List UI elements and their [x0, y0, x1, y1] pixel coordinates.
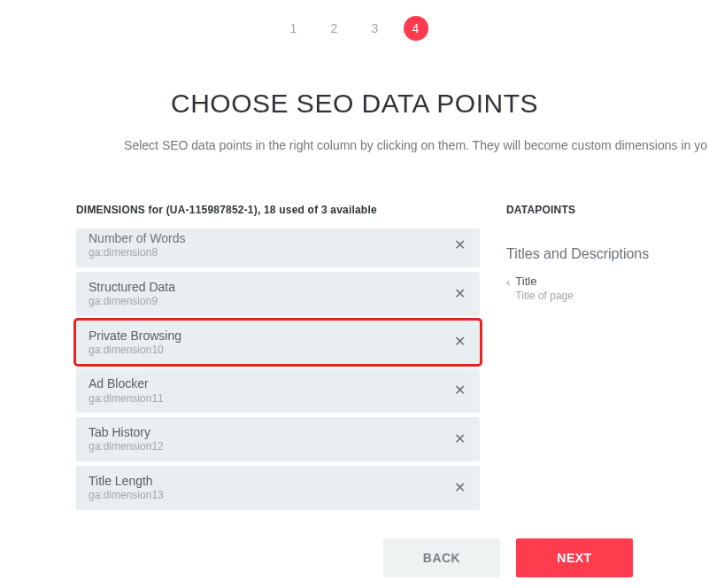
dimension-label: Structured Data [89, 279, 452, 295]
stepper: 1234 [0, 16, 709, 41]
dimension-text: Structured Dataga:dimension9 [89, 279, 452, 309]
dimension-label: Title Length [89, 473, 452, 489]
dimension-item[interactable]: Private Browsingga:dimension10✕ [76, 321, 480, 365]
remove-icon[interactable]: ✕ [452, 283, 467, 305]
datapoint-text: TitleTitle of page [515, 275, 574, 303]
dimensions-heading: DIMENSIONS for (UA-115987852-1), 18 used… [76, 204, 480, 216]
remove-icon[interactable]: ✕ [452, 380, 467, 401]
dimension-label: Tab History [89, 424, 452, 440]
dimension-sublabel: ga:dimension10 [89, 344, 452, 358]
dimension-list: Number of Wordsga:dimension8✕Structured … [76, 228, 480, 510]
dimension-item[interactable]: Number of Wordsga:dimension8✕ [76, 228, 480, 267]
datapoints-section-title: Titles and Descriptions [506, 246, 709, 262]
dimension-sublabel: ga:dimension9 [89, 295, 452, 309]
dimension-item[interactable]: Tab Historyga:dimension12✕ [76, 417, 480, 461]
dimension-item[interactable]: Title Lengthga:dimension13✕ [76, 466, 480, 510]
step-3[interactable]: 3 [363, 16, 388, 41]
dimensions-column: DIMENSIONS for (UA-115987852-1), 18 used… [76, 204, 480, 510]
dimension-sublabel: ga:dimension13 [89, 489, 452, 503]
datapoint-item[interactable]: ‹TitleTitle of page [506, 275, 709, 303]
dimension-label: Ad Blocker [89, 375, 452, 391]
dimension-label: Number of Words [89, 230, 452, 246]
remove-icon[interactable]: ✕ [452, 331, 467, 352]
button-row: BACK NEXT [0, 538, 709, 577]
step-1[interactable]: 1 [281, 16, 306, 41]
remove-icon[interactable]: ✕ [452, 235, 467, 256]
dimension-sublabel: ga:dimension12 [89, 440, 452, 454]
page-title: CHOOSE SEO DATA POINTS [0, 89, 709, 119]
dimension-sublabel: ga:dimension8 [89, 246, 452, 260]
datapoint-sublabel: Title of page [515, 290, 574, 304]
dimension-label: Private Browsing [89, 328, 452, 344]
dimension-sublabel: ga:dimension11 [89, 392, 452, 406]
dimension-text: Title Lengthga:dimension13 [89, 473, 452, 503]
datapoint-label: Title [515, 275, 574, 290]
page-subtitle: Select SEO data points in the right colu… [0, 138, 709, 152]
dimension-item[interactable]: Structured Dataga:dimension9✕ [76, 272, 480, 316]
remove-icon[interactable]: ✕ [452, 477, 467, 499]
dimension-text: Number of Wordsga:dimension8 [89, 230, 452, 260]
datapoints-heading: DATAPOINTS [506, 204, 709, 216]
dimension-text: Private Browsingga:dimension10 [89, 328, 452, 358]
dimension-item[interactable]: Ad Blockerga:dimension11✕ [76, 368, 480, 413]
step-2[interactable]: 2 [322, 16, 347, 41]
back-button[interactable]: BACK [383, 538, 500, 577]
remove-icon[interactable]: ✕ [452, 429, 467, 450]
next-button[interactable]: NEXT [516, 538, 633, 577]
datapoints-column: DATAPOINTS Titles and Descriptions ‹Titl… [506, 204, 709, 510]
dimension-text: Tab Historyga:dimension12 [89, 424, 452, 454]
chevron-left-icon: ‹ [506, 275, 510, 290]
dimension-text: Ad Blockerga:dimension11 [89, 375, 452, 406]
step-4[interactable]: 4 [404, 16, 428, 41]
datapoints-list: ‹TitleTitle of page [506, 275, 709, 303]
